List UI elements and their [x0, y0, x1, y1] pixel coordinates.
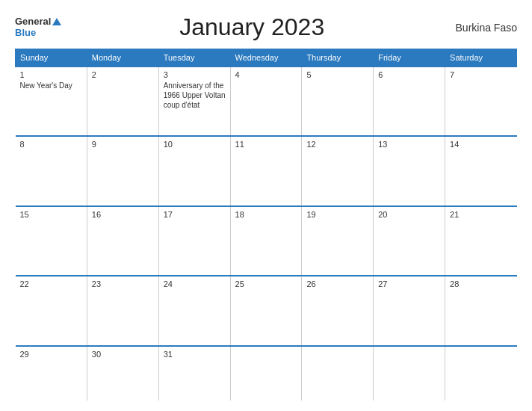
table-row: 28: [445, 276, 517, 345]
table-row: 31: [158, 346, 230, 401]
week-row-1: 1New Year's Day23Anniversary of the 1966…: [16, 67, 517, 136]
day-number: 9: [92, 140, 154, 149]
days-header-row: Sunday Monday Tuesday Wednesday Thursday…: [16, 49, 517, 67]
table-row: 2: [87, 67, 158, 136]
table-row: 21: [445, 206, 517, 276]
table-row: 12: [302, 136, 374, 206]
event-label: New Year's Day: [20, 81, 72, 90]
table-row: 4: [230, 67, 302, 136]
day-number: 14: [450, 140, 512, 149]
day-number: 19: [306, 210, 368, 219]
day-number: 18: [235, 210, 297, 219]
day-number: 31: [164, 350, 226, 359]
day-number: 5: [306, 70, 368, 79]
table-row: 15: [16, 206, 87, 276]
table-row: 16: [87, 206, 158, 276]
table-row: [302, 346, 374, 401]
table-row: [374, 346, 445, 401]
day-number: 6: [378, 70, 440, 79]
col-saturday: Saturday: [445, 49, 517, 67]
day-number: 2: [92, 70, 154, 79]
header: General Blue January 2023 Burkina Faso: [15, 13, 517, 41]
day-number: 16: [92, 210, 154, 219]
week-row-2: 891011121314: [16, 136, 517, 206]
day-number: 11: [235, 140, 297, 149]
week-row-5: 293031: [16, 346, 517, 401]
table-row: [230, 346, 302, 401]
col-friday: Friday: [374, 49, 445, 67]
week-row-4: 22232425262728: [16, 276, 517, 345]
logo-general-text: General: [15, 16, 51, 27]
day-number: 23: [92, 279, 154, 288]
col-sunday: Sunday: [16, 49, 87, 67]
day-number: 12: [306, 140, 368, 149]
day-number: 17: [164, 210, 226, 219]
table-row: 17: [158, 206, 230, 276]
table-row: 1New Year's Day: [16, 67, 87, 136]
day-number: 4: [235, 70, 297, 79]
event-label: Anniversary of the 1966 Upper Voltan cou…: [164, 81, 226, 109]
day-number: 8: [20, 140, 82, 149]
page: General Blue January 2023 Burkina Faso S…: [0, 0, 532, 411]
table-row: 20: [374, 206, 445, 276]
day-number: 10: [164, 140, 226, 149]
table-row: 7: [445, 67, 517, 136]
day-number: 22: [20, 279, 82, 288]
day-number: 28: [450, 279, 512, 288]
table-row: 24: [158, 276, 230, 345]
logo: General Blue: [15, 16, 61, 38]
calendar-table: Sunday Monday Tuesday Wednesday Thursday…: [15, 49, 517, 401]
day-number: 29: [20, 350, 82, 359]
table-row: 30: [87, 346, 158, 401]
day-number: 24: [164, 279, 226, 288]
table-row: 25: [230, 276, 302, 345]
table-row: 29: [16, 346, 87, 401]
table-row: 14: [445, 136, 517, 206]
table-row: 11: [230, 136, 302, 206]
table-row: 26: [302, 276, 374, 345]
day-number: 27: [378, 279, 440, 288]
table-row: 13: [374, 136, 445, 206]
table-row: [445, 346, 517, 401]
table-row: 23: [87, 276, 158, 345]
col-tuesday: Tuesday: [158, 49, 230, 67]
logo-blue-text: Blue: [15, 28, 36, 38]
col-monday: Monday: [87, 49, 158, 67]
day-number: 25: [235, 279, 297, 288]
table-row: 18: [230, 206, 302, 276]
day-number: 7: [450, 70, 512, 79]
day-number: 15: [20, 210, 82, 219]
logo-triangle-icon: [52, 18, 61, 25]
table-row: 10: [158, 136, 230, 206]
table-row: 9: [87, 136, 158, 206]
day-number: 1: [20, 70, 82, 79]
col-thursday: Thursday: [302, 49, 374, 67]
table-row: 27: [374, 276, 445, 345]
day-number: 26: [306, 279, 368, 288]
table-row: 5: [302, 67, 374, 136]
table-row: 6: [374, 67, 445, 136]
day-number: 30: [92, 350, 154, 359]
table-row: 22: [16, 276, 87, 345]
country-label: Burkina Faso: [442, 22, 517, 34]
day-number: 3: [164, 70, 226, 79]
day-number: 13: [378, 140, 440, 149]
col-wednesday: Wednesday: [230, 49, 302, 67]
table-row: 3Anniversary of the 1966 Upper Voltan co…: [158, 67, 230, 136]
calendar-title: January 2023: [61, 13, 442, 41]
table-row: 8: [16, 136, 87, 206]
day-number: 21: [450, 210, 512, 219]
day-number: 20: [378, 210, 440, 219]
week-row-3: 15161718192021: [16, 206, 517, 276]
table-row: 19: [302, 206, 374, 276]
